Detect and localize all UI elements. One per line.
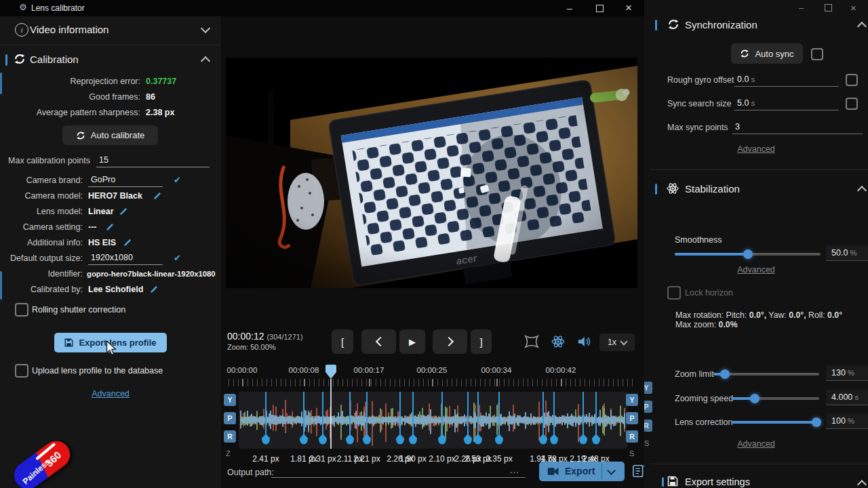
rough-gyro-offset-checkbox[interactable]	[846, 74, 858, 86]
marker-pin-icon[interactable]	[494, 434, 504, 445]
sync-search-size-input[interactable]: 5.0s	[734, 97, 839, 110]
marker-pin-icon[interactable]	[261, 434, 271, 445]
edit-pencil-icon[interactable]	[153, 192, 161, 200]
maximize-button[interactable]	[586, 0, 613, 16]
slider-thumb[interactable]	[812, 418, 821, 427]
marker-pin-icon[interactable]	[395, 434, 405, 445]
chevron-up-icon[interactable]	[201, 56, 210, 66]
axis-toggle-roll-right[interactable]: R	[626, 430, 638, 443]
max-calibration-points-input[interactable]: 15	[96, 154, 210, 167]
rough-gyro-offset-input[interactable]: 0.0s	[734, 73, 839, 87]
marker-pin-icon[interactable]	[362, 434, 372, 445]
export-button[interactable]: Export	[539, 462, 625, 481]
edit-pencil-icon[interactable]	[106, 223, 114, 231]
calibration-advanced-link[interactable]: Advanced	[0, 389, 221, 399]
output-size-input[interactable]: 1920x1080	[88, 251, 163, 265]
auto-sync-button[interactable]: Auto sync	[731, 43, 803, 64]
upload-profile-label: Upload lens profile to the database	[32, 366, 163, 375]
slider-thumb[interactable]	[720, 369, 730, 379]
section-accent-bar	[655, 184, 657, 195]
smoothness-slider[interactable]	[675, 249, 821, 259]
bg-minimize-button[interactable]: –	[799, 3, 804, 13]
section-divider	[650, 464, 868, 464]
marker-pin-icon[interactable]	[345, 434, 355, 445]
trim-end-button[interactable]: ]	[471, 329, 492, 354]
window-titlebar[interactable]: ⚙ Lens calibrator – ×	[0, 0, 644, 16]
slider-thumb[interactable]	[743, 249, 753, 259]
marker-pin-icon[interactable]	[463, 434, 473, 445]
trim-start-button[interactable]: [	[332, 329, 353, 354]
smoothness-value-box[interactable]: 50.0%	[826, 245, 868, 261]
marker-line	[399, 392, 401, 435]
auto-calibrate-button[interactable]: Auto calibrate	[62, 125, 158, 145]
marker-pin-icon[interactable]	[318, 434, 328, 445]
axis-toggle-pitch-right[interactable]: P	[626, 412, 638, 424]
mouse-cursor	[105, 341, 117, 356]
gyro-motion-toggle-icon[interactable]	[551, 334, 566, 349]
lens-correction-value-box[interactable]: 100%	[826, 413, 868, 429]
volume-icon[interactable]	[576, 334, 591, 349]
next-frame-button[interactable]	[433, 329, 467, 354]
lock-horizon-checkbox[interactable]	[667, 286, 681, 300]
max-calibration-points-label: Max calibration points	[0, 156, 90, 165]
lens-correction-slider[interactable]	[731, 418, 819, 427]
export-settings-icon	[667, 476, 678, 487]
gyro-timeline-panel[interactable]	[239, 392, 627, 449]
marker-pin-icon[interactable]	[299, 434, 309, 445]
sync-advanced-link[interactable]: Advanced	[644, 144, 868, 154]
marker-pin-icon[interactable]	[578, 434, 588, 445]
zooming-advanced-link[interactable]: Advanced	[644, 439, 868, 449]
edit-pencil-icon[interactable]	[119, 207, 127, 216]
axis-label: Y	[644, 384, 649, 392]
max-sync-points-input[interactable]: 3	[732, 121, 863, 134]
edit-pencil-icon[interactable]	[123, 239, 132, 247]
prev-frame-button[interactable]	[361, 329, 396, 354]
zooming-speed-value-box[interactable]: 4.000s	[826, 390, 868, 405]
marker-pin-icon[interactable]	[538, 434, 548, 445]
axis-toggle-yaw-right[interactable]: Y	[626, 394, 638, 406]
playback-speed-dropdown[interactable]: 1x	[599, 333, 635, 351]
good-frames-value: 86	[146, 92, 155, 102]
chevron-down-icon[interactable]	[607, 466, 616, 475]
close-button[interactable]: ×	[615, 0, 642, 16]
axis-toggle-roll-left[interactable]: R	[224, 430, 236, 443]
slider-thumb[interactable]	[750, 394, 760, 403]
playhead-handle[interactable]	[325, 364, 337, 380]
browse-ellipsis-button[interactable]: ...	[510, 465, 519, 475]
video-preview[interactable]: acer	[226, 58, 637, 288]
bg-axis-toggle-yaw[interactable]: Y	[644, 382, 652, 394]
marker-pin-icon[interactable]	[473, 434, 483, 445]
zoom-limit-slider[interactable]	[713, 369, 819, 379]
axis-toggle-pitch-left[interactable]: P	[224, 412, 236, 424]
bg-axis-toggle-roll[interactable]: R	[644, 420, 652, 432]
chevron-up-icon[interactable]	[857, 480, 867, 488]
bg-maximize-button[interactable]	[825, 4, 832, 12]
marker-pin-icon[interactable]	[591, 434, 601, 445]
edit-pencil-icon[interactable]	[150, 285, 158, 293]
sync-search-size-checkbox[interactable]	[846, 98, 858, 110]
play-button[interactable]: ▶	[399, 329, 425, 354]
bg-axis-toggle-pitch[interactable]: P	[644, 401, 652, 413]
ruler-major-tick	[561, 379, 562, 386]
bg-close-button[interactable]: ×	[850, 2, 856, 14]
zooming-speed-slider[interactable]	[731, 394, 819, 403]
lens-distortion-toggle-icon[interactable]	[524, 333, 540, 350]
minimize-button[interactable]: –	[556, 0, 583, 16]
chevron-up-icon[interactable]	[857, 186, 867, 195]
render-queue-icon[interactable]	[632, 463, 644, 479]
marker-pin-icon[interactable]	[549, 434, 559, 445]
chevron-up-icon[interactable]	[857, 22, 867, 31]
rough-gyro-offset-value: 0.0	[737, 75, 749, 84]
axis-toggle-yaw-left[interactable]: Y	[224, 394, 236, 406]
stabilization-advanced-link[interactable]: Advanced	[644, 265, 868, 274]
marker-pin-icon[interactable]	[408, 434, 418, 445]
zoom-limit-value-box[interactable]: 130%	[826, 365, 868, 381]
upload-profile-checkbox[interactable]	[15, 364, 28, 378]
camera-brand-input[interactable]: GoPro	[88, 174, 163, 187]
auto-sync-checkbox[interactable]	[811, 48, 823, 60]
marker-pin-icon[interactable]	[437, 434, 447, 445]
video-information-header[interactable]	[0, 16, 221, 43]
timeline-ruler[interactable]: 00:00:0000:00:0800:00:1700:00:2500:00:34…	[226, 366, 637, 388]
output-path-input[interactable]	[271, 464, 526, 478]
rolling-shutter-checkbox[interactable]	[15, 303, 28, 317]
